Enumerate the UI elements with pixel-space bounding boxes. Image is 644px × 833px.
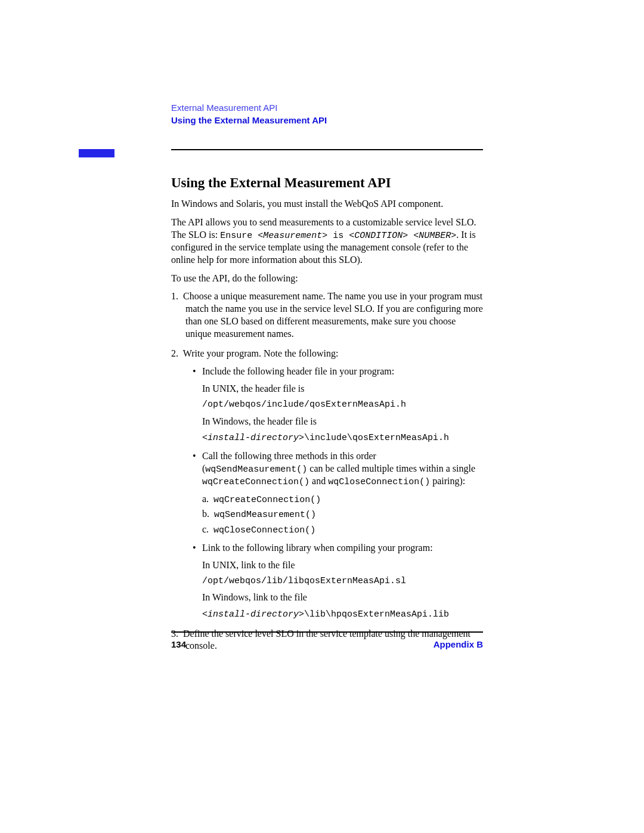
b3-win-label: In Windows, link to the file (202, 592, 307, 602)
b1-text: Include the following header file in you… (202, 366, 394, 376)
b2-c-code: wqCloseConnection() (213, 525, 315, 535)
bullet-list: Include the following header file in you… (185, 366, 483, 620)
b3-win-pathline: <install-directory>\lib\hpqosExternMeasA… (202, 608, 483, 621)
b3-win-path1: <install-directory> (202, 609, 304, 620)
bullet-1: Include the following header file in you… (189, 366, 483, 444)
list-item-2: 2. Write your program. Note the followin… (171, 348, 483, 621)
para2-code2: <Measurement> (258, 231, 327, 241)
b2-code3: wqCloseConnection() (328, 477, 430, 487)
b2-post: pairing): (430, 476, 465, 486)
b3-unix-path: /opt/webqos/lib/libqosExternMeasApi.sl (202, 575, 483, 587)
footer: 134 Appendix B (171, 639, 483, 649)
b1-win-path2: \include\qosExternMeasApi.h (304, 433, 449, 443)
ordered-list: 1. Choose a unique measurement name. The… (171, 290, 483, 652)
para2-code4: <CONDITION> <NUMBER> (349, 231, 456, 241)
alpha-a: a. wqCreateConnection() (202, 493, 483, 506)
paragraph-1: In Windows and Solaris, you must install… (171, 198, 483, 210)
b2-code1: wqSendMeasurement() (205, 465, 307, 475)
b1-win-path1: <install-directory> (202, 433, 304, 443)
paragraph-2: The API allows you to send measurements … (171, 216, 483, 267)
b2-b-code: wqSendMeasurement() (214, 510, 316, 520)
bullet-2: Call the following three methods in this… (189, 450, 483, 536)
li2-text: Write your program. Note the following: (183, 348, 339, 358)
b2-code2: wqCreateConnection() (202, 477, 309, 487)
bullet-3: Link to the following library when compi… (189, 542, 483, 620)
b1-win-pathline: <install-directory>\include\qosExternMea… (202, 431, 483, 444)
b1-win-block: In Windows, the header file is <install-… (202, 416, 483, 444)
breadcrumb-section: External Measurement API (171, 103, 483, 113)
divider-bottom (171, 631, 483, 633)
alpha-c: c. wqCloseConnection() (202, 524, 483, 537)
alpha-b: b. wqSendMeasurement() (202, 508, 483, 521)
li1-text: Choose a unique measurement name. The na… (183, 291, 483, 338)
page-number: 134 (171, 639, 186, 649)
b1-unix-path: /opt/webqos/include/qosExternMeasApi.h (202, 399, 483, 411)
b3-text: Link to the following library when compi… (202, 543, 433, 553)
para2-code3: is (327, 231, 349, 241)
b3-win-block: In Windows, link to the file <install-di… (202, 592, 483, 620)
b1-win-label: In Windows, the header file is (202, 416, 317, 426)
para2-code1: Ensure (220, 231, 258, 241)
list-item-1: 1. Choose a unique measurement name. The… (171, 290, 483, 340)
b2-mid1: can be called multiple times within a si… (307, 463, 475, 473)
b1-unix-label: In UNIX, the header file is (202, 383, 305, 394)
b3-unix-block: In UNIX, link to the file /opt/webqos/li… (202, 559, 483, 587)
page-content: External Measurement API Using the Exter… (171, 103, 483, 659)
b1-unix-block: In UNIX, the header file is /opt/webqos/… (202, 383, 483, 410)
b3-win-path2: \lib\hpqosExternMeasApi.lib (304, 609, 449, 620)
b2-a-code: wqCreateConnection() (213, 495, 321, 505)
breadcrumb-page: Using the External Measurement API (171, 115, 483, 125)
main-heading: Using the External Measurement API (171, 175, 483, 191)
b2-mid2: and (309, 476, 328, 486)
paragraph-3: To use the API, do the following: (171, 272, 483, 285)
alpha-list: a. wqCreateConnection() b. wqSendMeasure… (202, 493, 483, 537)
accent-bar (79, 149, 114, 157)
appendix-label: Appendix B (434, 639, 483, 649)
b3-unix-label: In UNIX, link to the file (202, 560, 295, 570)
